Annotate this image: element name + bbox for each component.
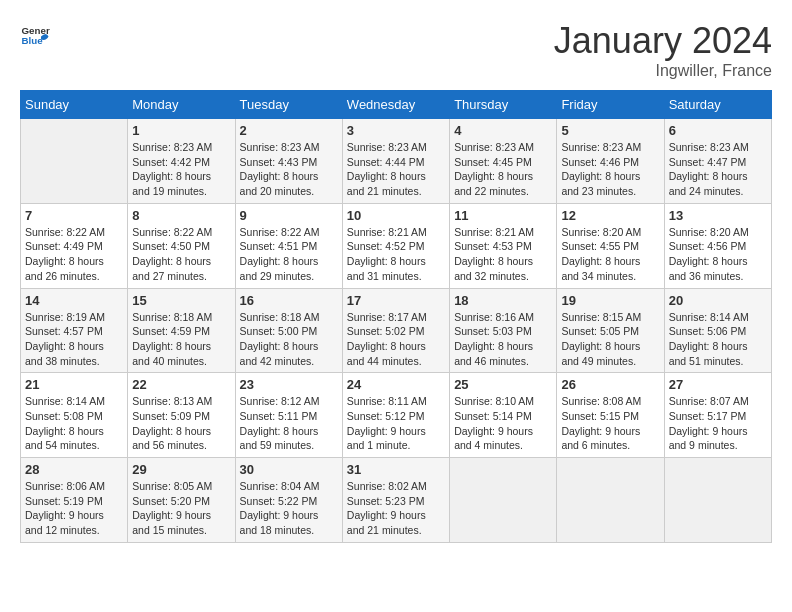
day-number: 14	[25, 293, 123, 308]
day-info: Sunrise: 8:08 AMSunset: 5:15 PMDaylight:…	[561, 394, 659, 453]
calendar-cell: 16Sunrise: 8:18 AMSunset: 5:00 PMDayligh…	[235, 288, 342, 373]
calendar-body: 1Sunrise: 8:23 AMSunset: 4:42 PMDaylight…	[21, 119, 772, 543]
calendar-cell: 19Sunrise: 8:15 AMSunset: 5:05 PMDayligh…	[557, 288, 664, 373]
day-number: 12	[561, 208, 659, 223]
calendar-cell: 13Sunrise: 8:20 AMSunset: 4:56 PMDayligh…	[664, 203, 771, 288]
day-number: 19	[561, 293, 659, 308]
day-info: Sunrise: 8:11 AMSunset: 5:12 PMDaylight:…	[347, 394, 445, 453]
day-info: Sunrise: 8:05 AMSunset: 5:20 PMDaylight:…	[132, 479, 230, 538]
calendar-cell: 29Sunrise: 8:05 AMSunset: 5:20 PMDayligh…	[128, 458, 235, 543]
calendar-cell: 15Sunrise: 8:18 AMSunset: 4:59 PMDayligh…	[128, 288, 235, 373]
day-number: 4	[454, 123, 552, 138]
calendar-cell: 22Sunrise: 8:13 AMSunset: 5:09 PMDayligh…	[128, 373, 235, 458]
calendar-week-2: 7Sunrise: 8:22 AMSunset: 4:49 PMDaylight…	[21, 203, 772, 288]
day-info: Sunrise: 8:18 AMSunset: 5:00 PMDaylight:…	[240, 310, 338, 369]
calendar-week-5: 28Sunrise: 8:06 AMSunset: 5:19 PMDayligh…	[21, 458, 772, 543]
day-info: Sunrise: 8:19 AMSunset: 4:57 PMDaylight:…	[25, 310, 123, 369]
day-number: 26	[561, 377, 659, 392]
logo-icon: General Blue	[20, 20, 50, 50]
day-number: 9	[240, 208, 338, 223]
day-info: Sunrise: 8:23 AMSunset: 4:42 PMDaylight:…	[132, 140, 230, 199]
day-info: Sunrise: 8:10 AMSunset: 5:14 PMDaylight:…	[454, 394, 552, 453]
day-number: 27	[669, 377, 767, 392]
calendar-cell: 5Sunrise: 8:23 AMSunset: 4:46 PMDaylight…	[557, 119, 664, 204]
calendar-cell: 12Sunrise: 8:20 AMSunset: 4:55 PMDayligh…	[557, 203, 664, 288]
day-number: 16	[240, 293, 338, 308]
day-number: 29	[132, 462, 230, 477]
day-number: 11	[454, 208, 552, 223]
day-number: 15	[132, 293, 230, 308]
logo: General Blue	[20, 20, 50, 50]
day-info: Sunrise: 8:13 AMSunset: 5:09 PMDaylight:…	[132, 394, 230, 453]
calendar-cell: 21Sunrise: 8:14 AMSunset: 5:08 PMDayligh…	[21, 373, 128, 458]
page-header: General Blue January 2024 Ingwiller, Fra…	[20, 20, 772, 80]
calendar-cell	[21, 119, 128, 204]
calendar-cell	[450, 458, 557, 543]
day-info: Sunrise: 8:22 AMSunset: 4:49 PMDaylight:…	[25, 225, 123, 284]
day-info: Sunrise: 8:23 AMSunset: 4:46 PMDaylight:…	[561, 140, 659, 199]
calendar-cell: 30Sunrise: 8:04 AMSunset: 5:22 PMDayligh…	[235, 458, 342, 543]
day-number: 3	[347, 123, 445, 138]
header-row: Sunday Monday Tuesday Wednesday Thursday…	[21, 91, 772, 119]
col-wednesday: Wednesday	[342, 91, 449, 119]
calendar-cell: 2Sunrise: 8:23 AMSunset: 4:43 PMDaylight…	[235, 119, 342, 204]
day-number: 10	[347, 208, 445, 223]
calendar-cell: 1Sunrise: 8:23 AMSunset: 4:42 PMDaylight…	[128, 119, 235, 204]
calendar-cell: 10Sunrise: 8:21 AMSunset: 4:52 PMDayligh…	[342, 203, 449, 288]
calendar-cell: 28Sunrise: 8:06 AMSunset: 5:19 PMDayligh…	[21, 458, 128, 543]
calendar-cell: 31Sunrise: 8:02 AMSunset: 5:23 PMDayligh…	[342, 458, 449, 543]
day-info: Sunrise: 8:02 AMSunset: 5:23 PMDaylight:…	[347, 479, 445, 538]
calendar-table: Sunday Monday Tuesday Wednesday Thursday…	[20, 90, 772, 543]
day-info: Sunrise: 8:23 AMSunset: 4:45 PMDaylight:…	[454, 140, 552, 199]
day-info: Sunrise: 8:17 AMSunset: 5:02 PMDaylight:…	[347, 310, 445, 369]
calendar-cell: 7Sunrise: 8:22 AMSunset: 4:49 PMDaylight…	[21, 203, 128, 288]
col-saturday: Saturday	[664, 91, 771, 119]
calendar-cell: 3Sunrise: 8:23 AMSunset: 4:44 PMDaylight…	[342, 119, 449, 204]
calendar-cell: 25Sunrise: 8:10 AMSunset: 5:14 PMDayligh…	[450, 373, 557, 458]
calendar-cell: 4Sunrise: 8:23 AMSunset: 4:45 PMDaylight…	[450, 119, 557, 204]
day-number: 13	[669, 208, 767, 223]
day-info: Sunrise: 8:23 AMSunset: 4:44 PMDaylight:…	[347, 140, 445, 199]
calendar-cell: 14Sunrise: 8:19 AMSunset: 4:57 PMDayligh…	[21, 288, 128, 373]
day-info: Sunrise: 8:23 AMSunset: 4:47 PMDaylight:…	[669, 140, 767, 199]
day-info: Sunrise: 8:07 AMSunset: 5:17 PMDaylight:…	[669, 394, 767, 453]
calendar-cell: 8Sunrise: 8:22 AMSunset: 4:50 PMDaylight…	[128, 203, 235, 288]
calendar-cell	[557, 458, 664, 543]
col-friday: Friday	[557, 91, 664, 119]
day-info: Sunrise: 8:22 AMSunset: 4:50 PMDaylight:…	[132, 225, 230, 284]
col-thursday: Thursday	[450, 91, 557, 119]
day-info: Sunrise: 8:21 AMSunset: 4:53 PMDaylight:…	[454, 225, 552, 284]
calendar-cell: 6Sunrise: 8:23 AMSunset: 4:47 PMDaylight…	[664, 119, 771, 204]
calendar-week-4: 21Sunrise: 8:14 AMSunset: 5:08 PMDayligh…	[21, 373, 772, 458]
day-info: Sunrise: 8:14 AMSunset: 5:08 PMDaylight:…	[25, 394, 123, 453]
day-info: Sunrise: 8:16 AMSunset: 5:03 PMDaylight:…	[454, 310, 552, 369]
day-info: Sunrise: 8:21 AMSunset: 4:52 PMDaylight:…	[347, 225, 445, 284]
calendar-cell	[664, 458, 771, 543]
svg-text:Blue: Blue	[22, 35, 44, 46]
day-info: Sunrise: 8:20 AMSunset: 4:55 PMDaylight:…	[561, 225, 659, 284]
calendar-week-1: 1Sunrise: 8:23 AMSunset: 4:42 PMDaylight…	[21, 119, 772, 204]
day-info: Sunrise: 8:22 AMSunset: 4:51 PMDaylight:…	[240, 225, 338, 284]
month-year-title: January 2024	[554, 20, 772, 62]
day-number: 22	[132, 377, 230, 392]
day-number: 18	[454, 293, 552, 308]
day-number: 21	[25, 377, 123, 392]
calendar-cell: 17Sunrise: 8:17 AMSunset: 5:02 PMDayligh…	[342, 288, 449, 373]
col-sunday: Sunday	[21, 91, 128, 119]
calendar-cell: 11Sunrise: 8:21 AMSunset: 4:53 PMDayligh…	[450, 203, 557, 288]
calendar-header: Sunday Monday Tuesday Wednesday Thursday…	[21, 91, 772, 119]
calendar-cell: 24Sunrise: 8:11 AMSunset: 5:12 PMDayligh…	[342, 373, 449, 458]
day-number: 24	[347, 377, 445, 392]
day-info: Sunrise: 8:06 AMSunset: 5:19 PMDaylight:…	[25, 479, 123, 538]
day-number: 25	[454, 377, 552, 392]
col-monday: Monday	[128, 91, 235, 119]
day-number: 6	[669, 123, 767, 138]
day-number: 1	[132, 123, 230, 138]
day-number: 5	[561, 123, 659, 138]
day-number: 7	[25, 208, 123, 223]
svg-text:General: General	[22, 25, 51, 36]
title-block: January 2024 Ingwiller, France	[554, 20, 772, 80]
day-number: 30	[240, 462, 338, 477]
day-number: 17	[347, 293, 445, 308]
day-info: Sunrise: 8:14 AMSunset: 5:06 PMDaylight:…	[669, 310, 767, 369]
